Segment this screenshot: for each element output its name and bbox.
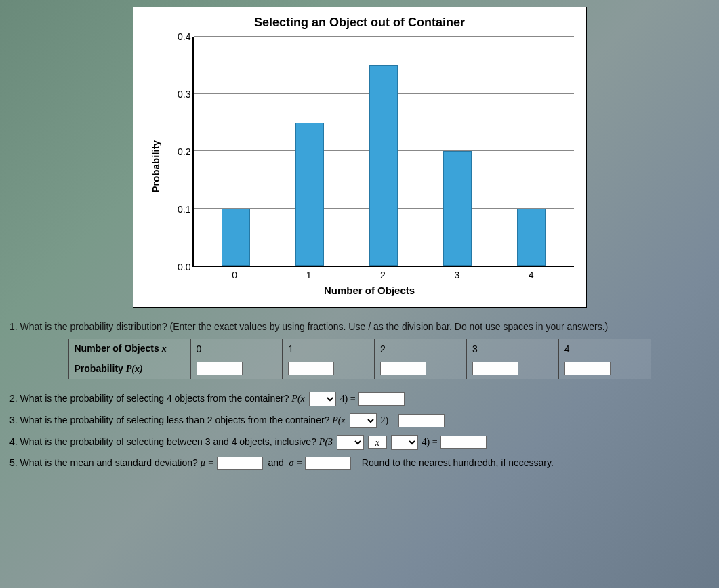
prob-input-1[interactable] bbox=[288, 362, 334, 375]
q5-sigma-input[interactable] bbox=[305, 457, 351, 470]
chart-title: Selecting an Object out of Container bbox=[146, 16, 574, 30]
q3-answer-input[interactable] bbox=[398, 414, 445, 427]
question-4: 4. What is the probability of selecting … bbox=[9, 435, 710, 450]
question-2: 2. What is the probability of selecting … bbox=[9, 392, 710, 406]
col-1: 1 bbox=[283, 339, 375, 358]
table-row: Probability P(x) bbox=[68, 358, 651, 379]
row2-header: Probability P(x) bbox=[68, 358, 190, 379]
question-1: 1. What is the probability distribution?… bbox=[9, 321, 710, 332]
question-3: 3. What is the probability of selecting … bbox=[9, 413, 710, 428]
col-0: 0 bbox=[190, 339, 283, 358]
q4-var-box[interactable]: x bbox=[368, 436, 387, 449]
prob-input-2[interactable] bbox=[380, 362, 426, 375]
grid bbox=[192, 37, 574, 267]
prob-input-4[interactable] bbox=[564, 362, 611, 375]
bar-3 bbox=[443, 151, 472, 266]
plot-area: 0.4 0.3 0.2 0.1 0.0 bbox=[165, 37, 574, 267]
row1-header: Number of Objects x bbox=[68, 339, 190, 358]
table-row: Number of Objects x 0 1 2 3 4 bbox=[68, 339, 651, 358]
q3-relation-select[interactable] bbox=[350, 413, 377, 428]
y-ticks: 0.4 0.3 0.2 0.1 0.0 bbox=[165, 37, 192, 267]
q4-relation-select-right[interactable] bbox=[391, 435, 418, 450]
q2-relation-select[interactable] bbox=[309, 392, 336, 406]
distribution-table: Number of Objects x 0 1 2 3 4 Probabilit… bbox=[68, 339, 651, 379]
bar-0 bbox=[222, 209, 250, 266]
col-4: 4 bbox=[558, 339, 651, 358]
question-5: 5. What is the mean and standard deviati… bbox=[9, 457, 710, 470]
q5-mu-input[interactable] bbox=[217, 457, 263, 470]
col-2: 2 bbox=[375, 339, 467, 358]
y-axis-label: Probability bbox=[146, 140, 165, 193]
x-axis-label: Number of Objects bbox=[165, 285, 574, 296]
bar-1 bbox=[295, 123, 324, 266]
q4-relation-select-left[interactable] bbox=[337, 435, 364, 450]
q2-answer-input[interactable] bbox=[358, 392, 405, 406]
bar-4 bbox=[517, 209, 546, 266]
prob-input-0[interactable] bbox=[197, 362, 243, 375]
x-ticks: 0 1 2 3 4 bbox=[192, 267, 574, 280]
col-3: 3 bbox=[466, 339, 558, 358]
chart-container: Selecting an Object out of Container Pro… bbox=[133, 7, 587, 308]
prob-input-3[interactable] bbox=[472, 362, 518, 375]
bar-2 bbox=[369, 65, 398, 266]
q4-answer-input[interactable] bbox=[440, 436, 487, 449]
